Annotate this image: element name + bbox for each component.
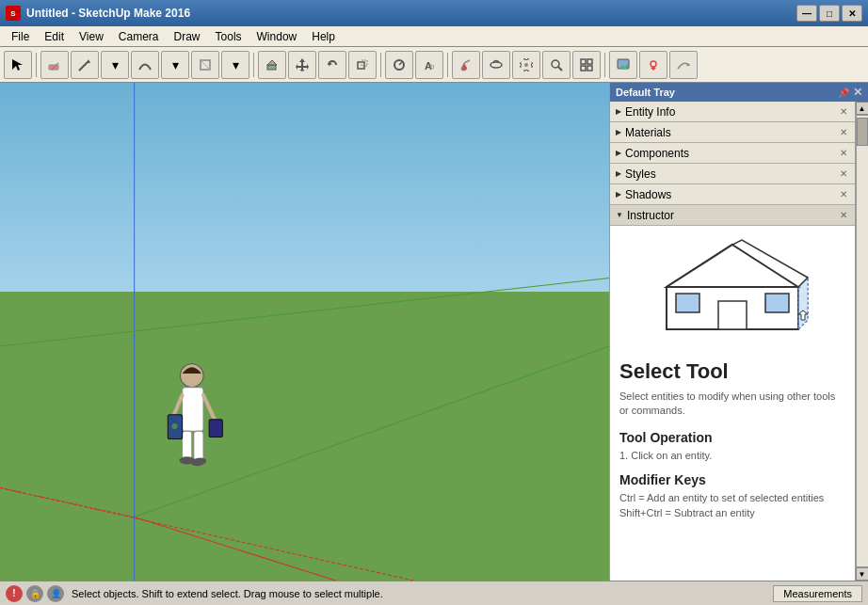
svg-line-40 xyxy=(203,395,216,422)
status-icons: ! 🔒 👤 xyxy=(6,585,64,602)
select-tool-button[interactable] xyxy=(4,51,32,79)
status-icon-info[interactable]: ! xyxy=(6,585,23,602)
svg-line-17 xyxy=(464,60,470,63)
status-left: ! 🔒 👤 Select objects. Shift to extend se… xyxy=(6,585,383,602)
panel-close-button[interactable]: ✕ xyxy=(853,86,862,99)
svg-rect-23 xyxy=(587,59,592,64)
svg-line-21 xyxy=(558,67,562,71)
window-controls: — □ ✕ xyxy=(796,5,862,22)
tray-close-components[interactable]: ✕ xyxy=(838,148,849,158)
scroll-down-button[interactable]: ▼ xyxy=(856,567,869,581)
tray-arrow-entity: ▶ xyxy=(616,107,621,116)
walkthrough-button[interactable] xyxy=(609,51,637,79)
scroll-track[interactable] xyxy=(856,115,869,567)
svg-point-47 xyxy=(171,423,177,429)
pushpull-tool-button[interactable] xyxy=(258,51,286,79)
paintbucket-tool-button[interactable] xyxy=(452,51,480,79)
instructor-description: Select entities to modify when using oth… xyxy=(619,390,845,419)
followme-button[interactable] xyxy=(669,51,698,79)
scroll-up-button[interactable]: ▲ xyxy=(856,102,869,115)
tray-label-entity: Entity Info xyxy=(625,105,675,119)
window-title: Untitled - SketchUp Make 2016 xyxy=(26,7,190,20)
instructor-title: Select Tool xyxy=(619,359,845,384)
svg-rect-52 xyxy=(676,294,699,312)
scroll-thumb[interactable] xyxy=(857,118,868,146)
svg-rect-53 xyxy=(765,294,789,312)
arc-dropdown-button[interactable]: ▾ xyxy=(161,51,189,79)
status-icon-lock[interactable]: 🔒 xyxy=(26,585,43,602)
tray-close-styles[interactable]: ✕ xyxy=(838,168,849,179)
tape-tool-button[interactable] xyxy=(385,51,413,79)
svg-rect-41 xyxy=(209,420,222,438)
close-button[interactable]: ✕ xyxy=(842,5,862,22)
lookaround-button[interactable] xyxy=(639,51,667,79)
tray-styles[interactable]: ▶ Styles ✕ xyxy=(610,164,855,184)
svg-text:b: b xyxy=(430,62,435,71)
text-tool-button[interactable]: Ab xyxy=(415,51,443,79)
tray-arrow-components: ▶ xyxy=(616,149,621,157)
shape-dropdown-button[interactable]: ▾ xyxy=(221,51,249,79)
tray-close-entity[interactable]: ✕ xyxy=(838,106,849,117)
measurements-label: Measurements xyxy=(783,588,852,599)
status-icon-geo[interactable]: 👤 xyxy=(47,585,64,602)
svg-marker-29 xyxy=(651,67,656,71)
tray-label-materials: Materials xyxy=(625,126,671,139)
move-tool-button[interactable] xyxy=(288,51,316,79)
tray-close-instructor[interactable]: ✕ xyxy=(838,210,849,220)
zoom-tool-button[interactable] xyxy=(542,51,571,79)
menu-edit[interactable]: Edit xyxy=(37,28,72,45)
toolbar-sep-2 xyxy=(253,53,254,77)
arc-tool-button[interactable] xyxy=(131,51,159,79)
minimize-button[interactable]: — xyxy=(796,5,817,22)
menu-draw[interactable]: Draw xyxy=(167,28,208,45)
menu-view[interactable]: View xyxy=(72,28,111,45)
panel-scrollbar: ▲ ▼ xyxy=(855,102,868,581)
orbit-tool-button[interactable] xyxy=(482,51,510,79)
pencil-dropdown-button[interactable]: ▾ xyxy=(101,51,129,79)
shape-tool-button[interactable] xyxy=(191,51,219,79)
panel-pin-button[interactable]: 📌 xyxy=(838,88,849,98)
menu-window[interactable]: Window xyxy=(249,28,305,45)
svg-line-36 xyxy=(135,517,336,581)
tray-shadows[interactable]: ▶ Shadows ✕ xyxy=(610,184,855,205)
svg-line-6 xyxy=(201,60,210,70)
pan-tool-button[interactable] xyxy=(512,51,540,79)
menu-tools[interactable]: Tools xyxy=(208,28,249,45)
viewport[interactable] xyxy=(0,83,609,581)
tray-materials[interactable]: ▶ Materials ✕ xyxy=(610,122,855,143)
instructor-section-2-subtitle: Modifier Keys xyxy=(619,472,845,487)
scale-tool-button[interactable] xyxy=(348,51,377,79)
svg-marker-0 xyxy=(12,59,23,71)
toolbar-sep-5 xyxy=(604,53,605,77)
tray-arrow-shadows: ▶ xyxy=(616,190,621,199)
toolbar-sep-1 xyxy=(36,53,37,77)
svg-line-33 xyxy=(0,487,609,581)
instructor-section-1-text: 1. Click on an entity. xyxy=(619,449,845,463)
right-panel-inner: ▶ Entity Info ✕ ▶ Materials ✕ ▶ Componen xyxy=(610,102,868,581)
tray-arrow-styles: ▶ xyxy=(616,169,621,178)
svg-point-20 xyxy=(552,60,559,68)
menu-file[interactable]: File xyxy=(4,28,37,45)
tray-entity-info[interactable]: ▶ Entity Info ✕ xyxy=(610,102,855,122)
eraser-tool-button[interactable] xyxy=(40,51,69,79)
tray-close-materials[interactable]: ✕ xyxy=(838,127,849,137)
svg-rect-25 xyxy=(587,66,592,71)
tray-instructor[interactable]: ▼ Instructor ✕ xyxy=(610,205,855,226)
svg-line-34 xyxy=(0,487,135,517)
measurements-box[interactable]: Measurements xyxy=(773,585,862,602)
pencil-tool-button[interactable] xyxy=(71,51,99,79)
panel-header: Default Tray 📌 ✕ xyxy=(610,83,868,102)
svg-rect-24 xyxy=(581,66,586,71)
tray-components[interactable]: ▶ Components ✕ xyxy=(610,143,855,164)
rotate-tool-button[interactable] xyxy=(318,51,346,79)
toolbar-sep-3 xyxy=(380,53,381,77)
menu-help[interactable]: Help xyxy=(304,28,343,45)
main-content: Default Tray 📌 ✕ ▶ Entity Info ✕ ▶ xyxy=(0,83,868,581)
svg-point-19 xyxy=(524,63,528,67)
zoom-extents-button[interactable] xyxy=(572,51,601,79)
svg-rect-42 xyxy=(183,431,192,460)
tray-close-shadows[interactable]: ✕ xyxy=(838,189,849,199)
maximize-button[interactable]: □ xyxy=(819,5,840,22)
svg-line-14 xyxy=(399,62,402,65)
menu-camera[interactable]: Camera xyxy=(111,28,167,45)
